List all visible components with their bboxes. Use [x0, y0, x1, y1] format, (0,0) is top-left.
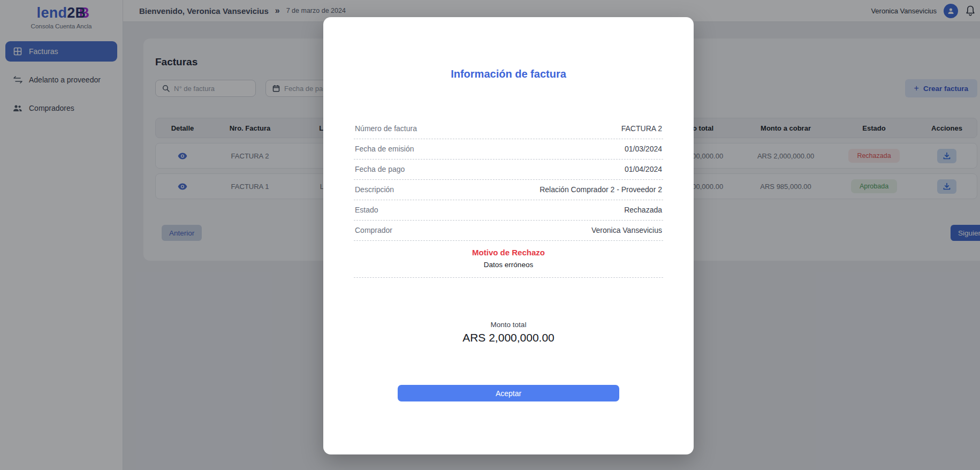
total-section: Monto total ARS 2,000,000.00: [354, 321, 663, 344]
field-label: Fecha de pago: [355, 165, 405, 173]
field-value: FACTURA 2: [621, 124, 662, 133]
total-value: ARS 2,000,000.00: [354, 331, 663, 344]
field-label: Comprador: [355, 226, 392, 234]
field-row: Fecha de pago 01/04/2024: [354, 160, 663, 180]
field-value: Relación Comprador 2 - Proveedor 2: [540, 185, 662, 194]
rejection-section: Motivo de Rechazo Datos erróneos: [354, 248, 663, 278]
rejection-title: Motivo de Rechazo: [354, 248, 663, 257]
field-row: Estado Rechazada: [354, 200, 663, 221]
field-value: Veronica Vansevicius: [591, 226, 662, 234]
field-value: 01/03/2024: [625, 145, 662, 153]
field-row: Fecha de emisión 01/03/2024: [354, 139, 663, 160]
field-row: Comprador Veronica Vansevicius: [354, 221, 663, 241]
field-value: Rechazada: [624, 206, 662, 214]
invoice-info-modal: Información de factura Número de factura…: [323, 17, 694, 454]
total-label: Monto total: [354, 321, 663, 329]
accept-button[interactable]: Aceptar: [398, 385, 619, 401]
field-row: Descripción Relación Comprador 2 - Prove…: [354, 180, 663, 200]
field-row: Número de factura FACTURA 2: [354, 119, 663, 139]
field-label: Descripción: [355, 185, 394, 194]
rejection-reason: Datos erróneos: [354, 261, 663, 269]
invoice-fields: Número de factura FACTURA 2 Fecha de emi…: [354, 119, 663, 241]
field-label: Fecha de emisión: [355, 145, 414, 153]
modal-title: Información de factura: [354, 68, 663, 80]
field-label: Estado: [355, 206, 378, 214]
field-value: 01/04/2024: [625, 165, 662, 173]
field-label: Número de factura: [355, 124, 417, 133]
